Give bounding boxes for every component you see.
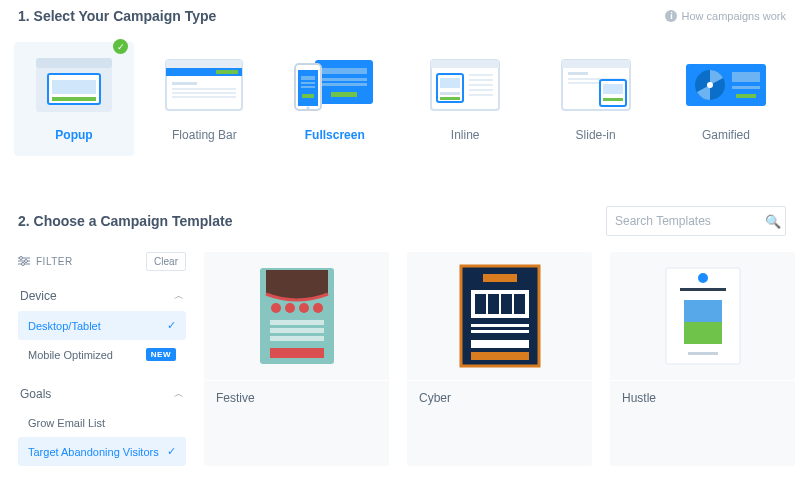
filter-icon (18, 256, 30, 268)
svg-rect-8 (216, 70, 238, 74)
campaign-type-slide-in[interactable]: Slide-in (536, 42, 656, 156)
svg-rect-63 (270, 336, 324, 341)
filter-item-label: Target Abandoning Visitors (28, 446, 159, 458)
popup-icon (30, 52, 118, 118)
filter-group-device[interactable]: Device ︿ (18, 285, 186, 307)
filter-item-label: Mobile Optimized (28, 349, 113, 361)
svg-rect-26 (431, 60, 499, 68)
svg-rect-69 (488, 294, 499, 314)
campaign-type-fullscreen[interactable]: Fullscreen (275, 42, 395, 156)
campaign-type-inline[interactable]: Inline (405, 42, 525, 156)
inline-icon (421, 52, 509, 118)
campaign-type-label: Inline (451, 128, 480, 142)
section-2-title: 2. Choose a Campaign Template (18, 213, 232, 229)
campaign-type-label: Floating Bar (172, 128, 237, 142)
filter-group-label: Device (20, 289, 57, 303)
filter-heading: FILTER (18, 256, 73, 268)
svg-rect-23 (302, 94, 314, 98)
svg-rect-70 (501, 294, 512, 314)
filter-label-text: FILTER (36, 256, 73, 267)
svg-rect-11 (172, 92, 236, 94)
help-link-text: How campaigns work (681, 10, 786, 22)
svg-rect-4 (52, 97, 96, 101)
template-festive[interactable]: Festive (204, 252, 389, 466)
svg-rect-48 (732, 86, 760, 89)
svg-rect-10 (172, 88, 236, 90)
check-icon: ✓ (167, 319, 176, 332)
svg-rect-37 (562, 60, 630, 68)
svg-rect-12 (172, 96, 236, 98)
svg-point-59 (299, 303, 309, 313)
filter-target-abandoning-visitors[interactable]: Target Abandoning Visitors ✓ (18, 437, 186, 466)
svg-rect-74 (471, 340, 529, 348)
check-icon: ✓ (113, 39, 128, 54)
svg-point-54 (25, 259, 28, 262)
svg-rect-30 (440, 97, 460, 100)
svg-rect-21 (301, 82, 315, 84)
campaign-type-gamified[interactable]: Gamified (666, 42, 786, 156)
svg-rect-35 (469, 94, 493, 96)
svg-rect-64 (270, 348, 324, 358)
campaign-type-label: Slide-in (576, 128, 616, 142)
svg-rect-47 (732, 72, 760, 82)
svg-rect-78 (680, 288, 726, 291)
filter-mobile-optimized[interactable]: Mobile Optimized NEW (18, 340, 186, 369)
svg-rect-81 (688, 352, 718, 355)
svg-rect-61 (270, 320, 324, 325)
svg-rect-22 (301, 86, 315, 88)
svg-rect-71 (514, 294, 525, 314)
search-icon: 🔍 (765, 214, 781, 229)
svg-point-58 (285, 303, 295, 313)
slide-in-icon (552, 52, 640, 118)
campaign-type-label: Popup (55, 128, 92, 142)
campaign-type-floating-bar[interactable]: Floating Bar (144, 42, 264, 156)
svg-rect-34 (469, 89, 493, 91)
template-thumbnail (407, 252, 592, 380)
svg-point-77 (698, 273, 708, 283)
svg-rect-6 (166, 60, 242, 68)
svg-rect-49 (736, 94, 756, 98)
campaign-type-list: ✓ Popup Floating Bar (0, 28, 800, 166)
fullscreen-icon (291, 52, 379, 118)
svg-rect-62 (270, 328, 324, 333)
svg-rect-9 (172, 82, 197, 85)
template-search[interactable]: 🔍 (606, 206, 786, 236)
campaign-type-popup[interactable]: ✓ Popup (14, 42, 134, 156)
campaign-type-label: Fullscreen (305, 128, 365, 142)
filter-group-goals[interactable]: Goals ︿ (18, 383, 186, 405)
template-hustle[interactable]: Hustle (610, 252, 795, 466)
svg-rect-38 (568, 72, 588, 75)
svg-rect-32 (469, 79, 493, 81)
svg-rect-73 (471, 330, 529, 333)
svg-point-24 (306, 107, 309, 110)
svg-rect-3 (52, 80, 96, 94)
filter-item-label: Grow Email List (28, 417, 105, 429)
svg-point-46 (707, 82, 713, 88)
search-input[interactable] (615, 214, 765, 228)
section-1-title: 1. Select Your Campaign Type (18, 8, 216, 24)
campaign-type-label: Gamified (702, 128, 750, 142)
svg-rect-14 (321, 68, 367, 74)
filter-group-label: Goals (20, 387, 51, 401)
svg-rect-80 (684, 322, 722, 344)
svg-rect-1 (36, 58, 112, 68)
svg-point-60 (313, 303, 323, 313)
template-name: Cyber (407, 380, 592, 415)
svg-rect-31 (469, 74, 493, 76)
filter-grow-email-list[interactable]: Grow Email List (18, 409, 186, 437)
gamified-icon (682, 52, 770, 118)
chevron-up-icon: ︿ (174, 387, 184, 401)
template-cyber[interactable]: Cyber (407, 252, 592, 466)
svg-rect-66 (483, 274, 517, 282)
filter-desktop-tablet[interactable]: Desktop/Tablet ✓ (18, 311, 186, 340)
svg-rect-13 (315, 60, 373, 104)
filter-sidebar: FILTER Clear Device ︿ Desktop/Tablet ✓ M… (18, 252, 186, 466)
template-name: Hustle (610, 380, 795, 415)
svg-rect-33 (469, 84, 493, 86)
clear-filters-button[interactable]: Clear (146, 252, 186, 271)
info-icon: i (665, 10, 677, 22)
how-campaigns-work-link[interactable]: i How campaigns work (665, 10, 786, 22)
svg-rect-16 (321, 83, 367, 86)
floating-bar-icon (160, 52, 248, 118)
new-badge: NEW (146, 348, 176, 361)
